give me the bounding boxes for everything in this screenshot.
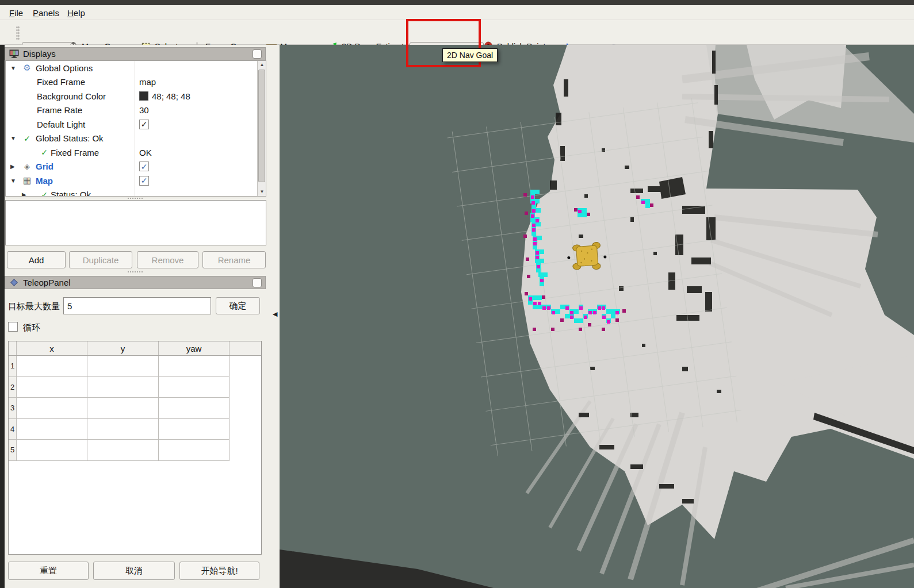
column-header-y[interactable]: y: [87, 341, 159, 355]
tree-row-map-status-partial[interactable]: ▶ ✓ Status: Ok: [6, 188, 266, 197]
tree-scrollbar[interactable]: ▲ ▼: [257, 61, 266, 196]
loop-label: 循环: [23, 322, 40, 333]
cell-x[interactable]: [17, 377, 87, 398]
menu-panels[interactable]: Panels: [30, 7, 62, 19]
cell-y[interactable]: [87, 440, 159, 461]
panel-float-checkbox[interactable]: [253, 278, 262, 287]
cell-yaw[interactable]: [159, 377, 230, 398]
map-view-canvas[interactable]: [280, 45, 914, 588]
status-ok-icon: ✓: [22, 134, 32, 143]
render-viewport[interactable]: [280, 45, 914, 588]
rename-button[interactable]: Rename: [202, 251, 266, 268]
tree-row-background-color[interactable]: Background Color 48; 48; 48: [6, 89, 266, 103]
table-row[interactable]: 1: [9, 356, 261, 377]
splitter-handle[interactable]: [128, 271, 143, 272]
row-label: Grid: [36, 162, 53, 171]
tree-row-default-light[interactable]: Default Light ✓: [6, 117, 266, 132]
panel-float-checkbox[interactable]: [253, 49, 262, 59]
max-goal-input[interactable]: [63, 297, 211, 314]
tree-row-grid[interactable]: ▶ ◈ Grid ✓: [6, 160, 266, 174]
cell-x[interactable]: [17, 419, 87, 440]
panel-title: TeleopPanel: [23, 278, 71, 287]
cell-yaw[interactable]: [159, 398, 230, 419]
cell-y[interactable]: [87, 377, 159, 398]
reset-button[interactable]: 重置: [8, 562, 89, 580]
checkbox-checked[interactable]: ✓: [139, 176, 149, 186]
cell-x[interactable]: [17, 440, 87, 461]
expander-icon[interactable]: ▶: [10, 163, 18, 170]
scroll-down-icon[interactable]: ▼: [258, 188, 266, 196]
goal-table-header: x y yaw: [9, 341, 261, 356]
tree-row-global-options[interactable]: ▼ ⚙ Global Options: [6, 61, 266, 75]
nav-goal-tooltip: 2D Nav Goal: [442, 48, 498, 62]
color-swatch[interactable]: [139, 91, 148, 101]
row-number: 2: [9, 377, 17, 398]
tree-row-fixed-frame-status[interactable]: ✓ Fixed Frame OK: [6, 145, 266, 160]
cell-y[interactable]: [87, 419, 159, 440]
cell-yaw[interactable]: [159, 440, 230, 461]
check-icon: ✓: [141, 120, 148, 129]
menu-file[interactable]: File: [7, 7, 25, 19]
confirm-button[interactable]: 确定: [216, 297, 260, 314]
displays-panel-header[interactable]: Displays: [5, 47, 266, 60]
row-value[interactable]: map: [139, 77, 156, 87]
gear-icon: ⚙: [22, 63, 32, 73]
cancel-button[interactable]: 取消: [93, 562, 175, 580]
remove-button[interactable]: Remove: [137, 251, 198, 268]
cell-x[interactable]: [17, 356, 87, 377]
cell-x[interactable]: [17, 398, 87, 419]
tree-row-map[interactable]: ▼ ▦ Map ✓: [6, 174, 266, 188]
panel-title: Displays: [23, 49, 56, 59]
expander-icon[interactable]: ▶: [22, 191, 30, 197]
window-left-edge: [0, 45, 5, 588]
checkbox-checked[interactable]: ✓: [139, 162, 149, 171]
tree-row-frame-rate[interactable]: Frame Rate 30: [6, 103, 266, 118]
tree-row-global-status[interactable]: ▼ ✓ Global Status: Ok: [6, 132, 266, 146]
table-row[interactable]: 5: [9, 440, 261, 461]
status-ok-icon: ✓: [39, 190, 49, 197]
displays-icon: [9, 49, 19, 59]
window-titlebar-edge: [0, 0, 914, 5]
teleop-panel-header[interactable]: TeleopPanel: [5, 276, 266, 289]
row-label: Fixed Frame: [51, 148, 99, 157]
status-ok-icon: ✓: [39, 148, 49, 157]
scroll-up-icon[interactable]: ▲: [258, 61, 266, 69]
table-row[interactable]: 2: [9, 377, 261, 398]
expander-icon[interactable]: ▼: [10, 135, 18, 141]
duplicate-button[interactable]: Duplicate: [69, 251, 132, 268]
loop-checkbox[interactable]: [8, 322, 18, 332]
cell-y[interactable]: [87, 398, 159, 419]
scrollbar-thumb[interactable]: [258, 70, 265, 182]
grid-display-icon: ◈: [22, 162, 32, 171]
row-label: Status: Ok: [51, 190, 91, 197]
left-dock-panel: Displays ▼ ⚙ Global Options Fixed Frame …: [5, 45, 280, 588]
display-description-box: [5, 200, 266, 245]
toolbar-drag-handle[interactable]: [16, 26, 20, 40]
tree-row-fixed-frame[interactable]: Fixed Frame map: [6, 75, 266, 90]
displays-tree[interactable]: ▼ ⚙ Global Options Fixed Frame map Backg…: [5, 60, 266, 197]
goal-table[interactable]: x y yaw 1 2 3 4 5: [8, 341, 262, 555]
menu-help[interactable]: Help: [65, 7, 87, 19]
row-label: Frame Rate: [37, 105, 82, 115]
splitter-handle[interactable]: [128, 198, 143, 199]
row-label: Map: [36, 176, 53, 186]
row-label: Background Color: [37, 91, 106, 101]
expander-icon[interactable]: ▼: [10, 65, 18, 71]
start-nav-button[interactable]: 开始导航!: [179, 562, 259, 580]
expander-icon[interactable]: ▼: [10, 178, 18, 184]
max-goal-label: 目标最大数量: [8, 301, 60, 312]
row-number: 1: [9, 356, 17, 377]
add-button[interactable]: Add: [7, 251, 66, 268]
cell-yaw[interactable]: [159, 419, 230, 440]
column-header-x[interactable]: x: [17, 341, 87, 355]
column-header-yaw[interactable]: yaw: [159, 341, 230, 355]
table-row[interactable]: 4: [9, 419, 261, 440]
checkbox-checked[interactable]: ✓: [139, 120, 149, 129]
map-display-icon: ▦: [22, 175, 32, 186]
cell-yaw[interactable]: [159, 356, 230, 377]
dock-collapse-icon[interactable]: ◀: [273, 310, 277, 318]
table-row[interactable]: 3: [9, 398, 261, 419]
cell-y[interactable]: [87, 356, 159, 377]
row-value[interactable]: 48; 48; 48: [152, 91, 190, 101]
row-value[interactable]: 30: [139, 105, 149, 115]
